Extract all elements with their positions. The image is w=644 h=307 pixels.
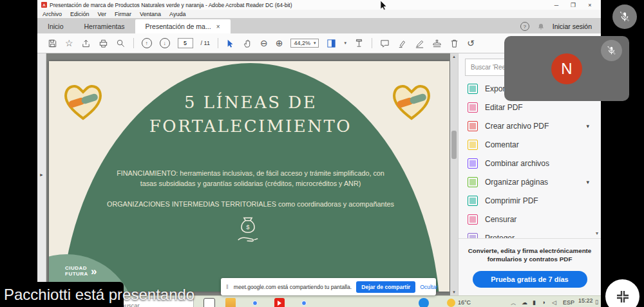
- page-total-label: / 11: [201, 40, 210, 46]
- menu-ayuda[interactable]: Ayuda: [169, 11, 185, 17]
- acrobat-titlebar: A Presentación de marca de Productos Nat…: [37, 0, 601, 10]
- page-number-input[interactable]: [178, 38, 193, 48]
- scrollbar-thumb[interactable]: [451, 131, 457, 159]
- document-scrollbar[interactable]: ▴ ▾: [450, 53, 458, 295]
- collapse-pip-button[interactable]: [605, 279, 639, 307]
- share-upload-icon[interactable]: [81, 39, 91, 48]
- sidebar-tool-combinar-archivos[interactable]: Combinar archivos: [459, 154, 601, 172]
- promo-line2: formularios y contratos PDF: [459, 255, 601, 263]
- select-tool-icon[interactable]: [226, 39, 235, 48]
- clock[interactable]: 15:22: [578, 297, 593, 304]
- scroll-up-icon[interactable]: ▴: [453, 54, 455, 59]
- document-area: 5 LÍNEAS DE FORTALECIMIENTO FINANCIAMIEN…: [46, 53, 458, 295]
- free-trial-button[interactable]: Prueba gratis de 7 días: [473, 271, 587, 288]
- tab-document[interactable]: Presentación de ma... ×: [135, 19, 231, 33]
- comprimir-pdf-icon: [468, 196, 478, 206]
- print-icon[interactable]: [99, 39, 108, 48]
- youtube-icon[interactable]: [274, 298, 285, 307]
- tab-inicio[interactable]: Inicio: [37, 19, 74, 33]
- menu-edicion[interactable]: Edición: [70, 11, 90, 17]
- sidebar-tool-organizar-paginas[interactable]: Organizar páginas ▾: [459, 172, 601, 191]
- tabbar: Inicio Herramientas Presentación de ma..…: [37, 18, 601, 33]
- tab-close-icon[interactable]: ×: [216, 23, 220, 30]
- chevron-down-icon[interactable]: ▾: [586, 123, 589, 129]
- stop-sharing-button[interactable]: Dejar de compartir: [356, 281, 415, 293]
- tool-label: Combinar archivos: [485, 159, 549, 168]
- language-indicator[interactable]: ESP: [563, 299, 574, 306]
- highlighter-icon[interactable]: [397, 39, 407, 48]
- page-display-icon[interactable]: [327, 39, 336, 48]
- chevron-down-icon: ▾: [314, 41, 316, 46]
- rotate-icon[interactable]: ↺: [467, 39, 475, 48]
- maximize-button[interactable]: ❐: [565, 2, 582, 8]
- stamp-icon[interactable]: [432, 39, 442, 48]
- tools-scroll-down-icon[interactable]: ▾: [596, 230, 598, 236]
- svg-text:$: $: [246, 223, 250, 230]
- slide-paragraph-financiamiento: FINANCIAMIENTO: herramientas inclusivas,…: [68, 169, 433, 189]
- close-button[interactable]: ×: [582, 2, 598, 8]
- previous-page-icon[interactable]: ↑: [142, 38, 152, 48]
- sidebar-tool-crear-archivo-pdf[interactable]: Crear archivo PDF ▾: [459, 116, 601, 135]
- volume-icon[interactable]: ◁: [552, 299, 556, 306]
- signin-button[interactable]: Iniciar sesión: [553, 23, 592, 30]
- zoom-level-dropdown[interactable]: 44,2% ▾: [290, 39, 319, 48]
- tray-app-icon[interactable]: [419, 298, 429, 307]
- chevron-down-icon[interactable]: ▾: [344, 41, 346, 46]
- logo-line2: FUTURA: [65, 271, 88, 277]
- onedrive-icon[interactable]: ☁: [522, 299, 527, 306]
- logo-line1: CIUDAD: [65, 265, 88, 271]
- tool-label: Editar PDF: [485, 103, 523, 112]
- sidebar-tool-comprimir-pdf[interactable]: Comprimir PDF: [459, 191, 601, 210]
- menu-firmar[interactable]: Firmar: [115, 11, 131, 17]
- menu-archivo[interactable]: Archivo: [43, 11, 62, 17]
- scroll-down-icon[interactable]: ▾: [453, 290, 455, 295]
- scroll-mode-icon[interactable]: [354, 39, 364, 48]
- hand-tool-icon[interactable]: [243, 39, 252, 48]
- chevron-down-icon[interactable]: ▾: [586, 179, 589, 185]
- tool-label: Censurar: [485, 215, 516, 224]
- battery-icon[interactable]: ▮: [533, 299, 536, 306]
- acrobat-promo: Convierte, edita y firma electrónicament…: [459, 247, 601, 288]
- money-bag-hand-icon: $: [236, 214, 260, 244]
- tool-label: Proteger: [485, 234, 515, 239]
- weather-icon[interactable]: [447, 299, 455, 307]
- editar-pdf-icon: [468, 102, 478, 113]
- pdf-page: 5 LÍNEAS DE FORTALECIMIENTO FINANCIAMIEN…: [49, 61, 450, 292]
- hide-banner-link[interactable]: Ocultar: [420, 284, 438, 290]
- next-page-icon[interactable]: ↓: [160, 38, 170, 48]
- minimize-button[interactable]: ─: [548, 2, 565, 8]
- task-view-icon[interactable]: [204, 298, 215, 307]
- zoom-in-icon[interactable]: ⊕: [276, 39, 283, 48]
- help-icon[interactable]: ?: [520, 22, 529, 31]
- slide-title-line1: 5 LÍNEAS DE: [61, 91, 440, 115]
- network-icon[interactable]: ◗: [542, 299, 545, 306]
- search-icon[interactable]: [116, 39, 126, 48]
- sidebar-tool-censurar[interactable]: Censurar: [459, 210, 601, 228]
- navigation-pane-strip[interactable]: ►: [37, 53, 46, 295]
- participant-tile[interactable]: N: [504, 36, 629, 101]
- acrobat-app-icon: A: [41, 2, 47, 8]
- menu-ventana[interactable]: Ventana: [140, 11, 161, 17]
- weather-temp[interactable]: 16°C: [458, 299, 471, 306]
- expand-pane-arrow-icon[interactable]: ►: [39, 172, 44, 177]
- show-desktop-icon[interactable]: ▯: [595, 299, 598, 305]
- comment-icon[interactable]: [380, 39, 390, 48]
- tray-expand-icon[interactable]: ︿: [511, 299, 516, 307]
- exportar-pdf-icon: [468, 84, 478, 94]
- menubar: Archivo Edición Ver Firmar Ventana Ayuda: [37, 10, 601, 18]
- drag-handle-icon[interactable]: ‖: [226, 284, 229, 290]
- file-explorer-icon[interactable]: [225, 298, 236, 307]
- zoom-out-icon[interactable]: ⊖: [260, 39, 268, 48]
- slide-body1-line1: FINANCIAMIENTO: herramientas inclusivas,…: [68, 169, 433, 179]
- bell-icon[interactable]: [537, 23, 545, 31]
- tab-herramientas[interactable]: Herramientas: [74, 19, 135, 33]
- sidebar-tool-proteger[interactable]: Proteger: [459, 228, 601, 239]
- favorites-star-icon[interactable]: ☆: [65, 39, 73, 48]
- screen-share-banner: ‖ meet.google.com está compartiendo tu p…: [221, 278, 436, 295]
- save-icon[interactable]: [48, 39, 57, 48]
- trash-icon[interactable]: [450, 39, 459, 48]
- participant-mic-muted-icon: [601, 40, 622, 61]
- sidebar-tool-comentar[interactable]: Comentar: [459, 135, 601, 154]
- sign-pen-icon[interactable]: [415, 39, 424, 48]
- menu-ver[interactable]: Ver: [98, 11, 107, 17]
